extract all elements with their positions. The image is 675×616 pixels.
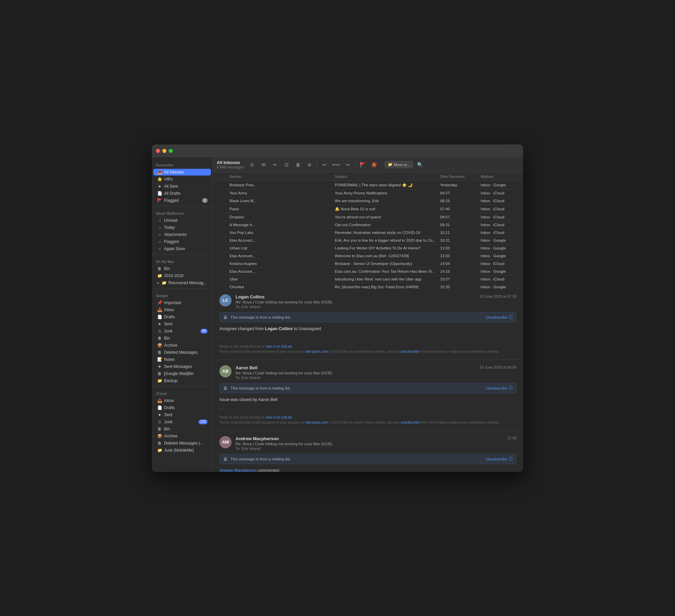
email-row[interactable]: Dropbox You're almost out of space! 08:5…	[213, 213, 523, 221]
sidebar-item-label: Inbox	[164, 307, 208, 312]
sidebar-item-all-inboxes[interactable]: 📥 All Inboxes	[153, 169, 211, 176]
email-date-cell: 14:15	[439, 269, 479, 274]
email-row[interactable]: A Message fr... Opt-out Confirmation 09:…	[213, 221, 523, 229]
sidebar-item-deleted-g[interactable]: 🗑 Deleted Messages	[153, 349, 211, 356]
unsubscribe-footer-link[interactable]: unsubscribe	[401, 349, 420, 353]
sidebar-item-bin-g[interactable]: 🗑 Bin	[153, 335, 211, 342]
sidebar-item-label: Archive	[164, 343, 208, 348]
folder-icon: 📁	[157, 273, 162, 278]
sidebar-item-flagged[interactable]: 🚩 Flagged 2	[153, 197, 211, 204]
view-on-gitlab-link[interactable]: view it on GitLab	[266, 344, 292, 348]
sidebar-item-bin-mac[interactable]: 🗑 Bin	[153, 265, 211, 272]
unsubscribe-button[interactable]: Unsubscribe ⓘ	[486, 385, 513, 391]
sidebar-item-unread[interactable]: ○ Unread	[153, 217, 211, 224]
sidebar-item-drafts-ic[interactable]: 📄 Drafts	[153, 404, 211, 411]
email-row[interactable]: Brisbane Pow... POWERMAIL | The stars ha…	[213, 181, 523, 189]
email-row[interactable]: Chunlea Re: [docker/for-mac] Big Sur: Fa…	[213, 283, 523, 289]
commenter-link[interactable]: Andrew Macpherson	[219, 468, 256, 472]
sent-g-icon: ➤	[157, 322, 162, 326]
drafts-icon: 📄	[157, 191, 162, 196]
circle-toolbar-icon[interactable]: ⊙	[247, 160, 257, 169]
col-sender-header[interactable]: Sender	[228, 174, 333, 179]
unsubscribe-button[interactable]: Unsubscribe ⓘ	[486, 315, 513, 320]
unsubscribe-footer-link[interactable]: unsubscribe	[401, 420, 420, 424]
reply-toolbar-icon[interactable]: ↩	[320, 160, 329, 169]
col-subject-header[interactable]: Subject	[333, 174, 439, 179]
sidebar-item-archive-g[interactable]: 📦 Archive	[153, 342, 211, 349]
bin-icon: 🗑	[157, 266, 162, 271]
sidebar-item-vips[interactable]: ⭐ VIPs	[153, 176, 211, 183]
email-row[interactable]: Urban List Looking For Winter DIY Activi…	[213, 244, 523, 252]
archive-toolbar-icon[interactable]: ⊡	[282, 160, 291, 169]
trash-toolbar-icon[interactable]: 🗑	[293, 160, 303, 169]
sidebar-item-label: Unread	[164, 218, 208, 223]
sidebar-item-archive-ic[interactable]: 📦 Archive	[153, 433, 211, 439]
sidebar-item-label: All Inboxes	[164, 170, 208, 175]
sidebar-item-drafts-g[interactable]: 📄 Drafts	[153, 314, 211, 320]
sidebar-item-inbox-ic[interactable]: 📥 Inbox	[153, 397, 211, 404]
email-row[interactable]: Etax Account... Erik, Are you in line fo…	[213, 237, 523, 244]
dev-panic-link[interactable]: dev.panic.com	[306, 420, 328, 424]
view-on-gitlab-link[interactable]: view it on GitLab	[266, 415, 292, 419]
email-row[interactable]: Panic 🔔 Nova Beta 15 is out! 07:40 Inbox…	[213, 205, 523, 213]
email-row[interactable]: Black Lives M... We are transforming, Er…	[213, 197, 523, 205]
sidebar-item-important[interactable]: 📌 Important	[153, 299, 211, 306]
email-dot-cell	[216, 263, 222, 264]
email-row[interactable]: Kristina Hughes Brisbane - Senior UI Dev…	[213, 260, 523, 268]
sidebar-item-junk-mobile[interactable]: 📁 Junk (MobileMe)	[153, 447, 211, 454]
sidebar-item-junk-ic[interactable]: ⚠ Junk 105	[153, 419, 211, 425]
col-mailbox-header[interactable]: Mailbox	[479, 174, 520, 179]
envelope-toolbar-icon[interactable]: ✉	[259, 160, 268, 169]
sidebar-item-today[interactable]: ○ Today	[153, 224, 211, 231]
email-date-cell: 14:04	[439, 261, 479, 266]
sidebar-item-sent-messages[interactable]: ➤ Sent Messages	[153, 363, 211, 370]
sidebar-item-all-drafts[interactable]: 📄 All Drafts	[153, 190, 211, 197]
sidebar-item-apple-store[interactable]: ○ Apple Store	[153, 245, 211, 252]
email-row[interactable]: Your Army Your Army Promo Notifications …	[213, 189, 523, 197]
move-to-button[interactable]: 📁 Move to...	[385, 161, 413, 168]
sidebar-item-inbox-g[interactable]: 📥 Inbox	[153, 306, 211, 313]
email-mailbox-cell: Inbox · Google	[479, 269, 520, 274]
footer-text: Reply to this email directly or view it …	[219, 415, 516, 425]
dev-panic-link[interactable]: dev.panic.com	[306, 349, 328, 353]
email-row[interactable]: Etax Account... Welcome to Etax.com.au […	[213, 252, 523, 260]
close-button[interactable]	[156, 149, 160, 153]
sidebar-item-deleted-ic[interactable]: 🗑 Deleted Messages (...	[153, 440, 211, 447]
sidebar-item-sent-ic[interactable]: ➤ Sent	[153, 411, 211, 418]
email-sender-cell: Urban List	[228, 246, 333, 250]
sidebar-item-notes[interactable]: 📝 Notes	[153, 356, 211, 363]
flag-toolbar-icon[interactable]: 🚩	[358, 160, 368, 169]
bell-toolbar-icon[interactable]: 🔕	[370, 160, 379, 169]
search-toolbar-icon[interactable]: 🔍	[415, 160, 425, 169]
email-row[interactable]: Etax Account... Etax.com.au: Confirmatio…	[213, 268, 523, 275]
forward-toolbar-icon[interactable]: ↪	[343, 160, 352, 169]
sidebar-item-sent-g[interactable]: ➤ Sent	[153, 321, 211, 327]
toolbar-icons: ⊙ ✉ ✏ ⊡ 🗑 ⊘ ↩ ↩↩ ↪ 🚩 🔕 📁 Mov	[247, 160, 425, 169]
sidebar-item-junk-g[interactable]: ⚠ Junk 86	[153, 328, 211, 334]
email-row[interactable]: Vox Pop Labs Reminder: Australian nation…	[213, 229, 523, 237]
sidebar-item-all-sent[interactable]: ➤ All Sent	[153, 183, 211, 190]
minimize-button[interactable]	[162, 149, 166, 153]
attachments-icon: ○	[157, 232, 162, 237]
sidebar-divider-2	[152, 254, 212, 255]
sidebar-item-attachments[interactable]: ○ Attachments	[153, 231, 211, 238]
maximize-button[interactable]	[169, 149, 173, 153]
col-date-header[interactable]: Date Received	[439, 174, 479, 179]
sidebar-item-label: Deleted Messages (...	[164, 441, 208, 446]
inbox-ic-icon: 📥	[157, 398, 162, 403]
junk-toolbar-icon[interactable]: ⊘	[305, 160, 314, 169]
email-flag-cell	[222, 200, 228, 201]
reply-all-toolbar-icon[interactable]: ↩↩	[331, 160, 341, 169]
compose-toolbar-icon[interactable]: ✏	[270, 160, 280, 169]
sidebar-item-recovered[interactable]: ▶ 📁 Recovered Messag...	[153, 279, 211, 286]
sidebar-item-backup[interactable]: 📁 Backup	[153, 377, 211, 384]
email-row[interactable]: Uber Introducing Uber Rent: rent cars wi…	[213, 275, 523, 283]
mailing-list-left: 🖥 This message is from a mailing list.	[223, 315, 291, 320]
sidebar-item-2016-2018[interactable]: 📁 2016-2018	[153, 272, 211, 279]
sidebar-item-gmail-bin[interactable]: 🗑 [Google Mail]Bin	[153, 370, 211, 377]
sidebar-item-bin-ic[interactable]: 🗑 Bin	[153, 426, 211, 432]
unsubscribe-button[interactable]: Unsubscribe ⓘ	[486, 456, 513, 461]
commenter-line: Andrew Macpherson commented:	[219, 467, 516, 472]
sidebar-item-flagged-sm[interactable]: ○ Flagged	[153, 238, 211, 245]
sent-ic-icon: ➤	[157, 412, 162, 417]
